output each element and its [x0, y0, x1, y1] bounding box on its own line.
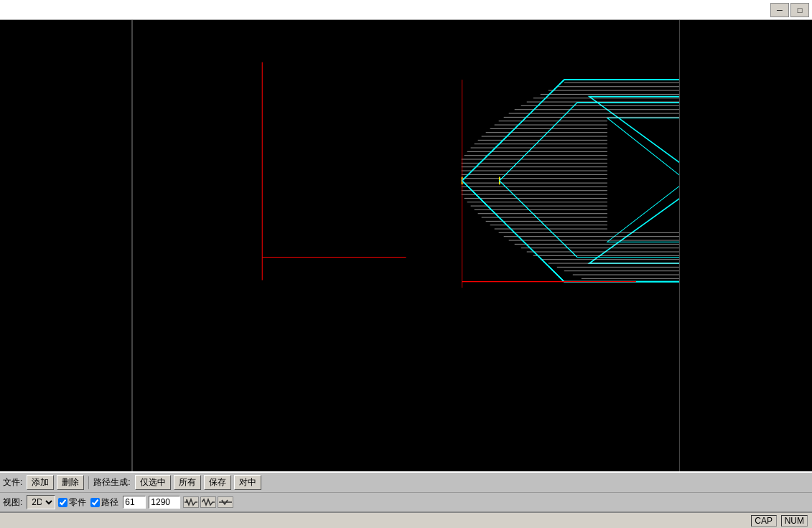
minimize-button[interactable]: ─ — [770, 3, 789, 17]
parts-checkbox[interactable] — [58, 498, 67, 507]
coord-input[interactable]: 1290 — [149, 496, 180, 509]
parts-label: 零件 — [69, 496, 86, 509]
path-generate-label: 路径生成: — [93, 476, 130, 489]
bottom-toolbar: 文件: 添加 删除 路径生成: 仅选中 所有 保存 对中 视图: 2D 零件 路… — [0, 471, 812, 512]
svg-marker-89 — [462, 80, 679, 281]
svg-marker-0 — [262, 66, 406, 258]
svg-marker-3 — [460, 77, 679, 284]
toolbar-row2: 视图: 2D 零件 路径 61 1290 — [0, 493, 812, 512]
canvas-container — [0, 20, 812, 471]
svg-marker-5 — [500, 103, 679, 257]
title-bar: ─ □ — [0, 0, 812, 20]
waveform-group — [183, 496, 233, 508]
svg-marker-4 — [462, 80, 679, 281]
view-label: 视图: — [3, 496, 22, 509]
right-panel — [679, 20, 812, 471]
path-checkbox[interactable] — [90, 498, 100, 507]
parts-checkbox-group: 零件 — [58, 496, 88, 509]
waveform-btn-3[interactable] — [218, 496, 233, 508]
waveform-btn-1[interactable] — [183, 496, 199, 508]
number-input[interactable]: 61 — [123, 496, 146, 509]
only-selected-button[interactable]: 仅选中 — [135, 475, 171, 490]
drawing-area — [133, 20, 679, 471]
svg-marker-2 — [262, 70, 413, 280]
title-bar-buttons: ─ □ — [770, 3, 812, 17]
path-label: 路径 — [101, 496, 118, 509]
save-button[interactable]: 保存 — [204, 475, 231, 490]
file-label: 文件: — [3, 476, 22, 489]
all-button[interactable]: 所有 — [174, 475, 201, 490]
svg-marker-90 — [500, 103, 679, 257]
center-canvas[interactable] — [133, 20, 679, 471]
align-button[interactable]: 对中 — [234, 475, 261, 490]
left-panel — [0, 20, 133, 471]
status-bar: CAP NUM — [0, 512, 812, 528]
cap-status: CAP — [751, 515, 777, 527]
view-mode-select[interactable]: 2D — [27, 495, 55, 509]
toolbar-row1: 文件: 添加 删除 路径生成: 仅选中 所有 保存 对中 — [0, 473, 812, 493]
chevron-shape — [262, 70, 679, 284]
hatch-lines-top — [462, 82, 679, 278]
waveform-btn-2[interactable] — [200, 496, 216, 508]
num-status: NUM — [781, 515, 808, 527]
maximize-button[interactable]: □ — [790, 3, 809, 17]
add-button[interactable]: 添加 — [27, 475, 54, 490]
main-area: 文件: 添加 删除 路径生成: 仅选中 所有 保存 对中 视图: 2D 零件 路… — [0, 20, 812, 528]
remove-button[interactable]: 删除 — [57, 475, 84, 490]
path-checkbox-group: 路径 — [90, 496, 120, 509]
separator1 — [88, 476, 89, 489]
